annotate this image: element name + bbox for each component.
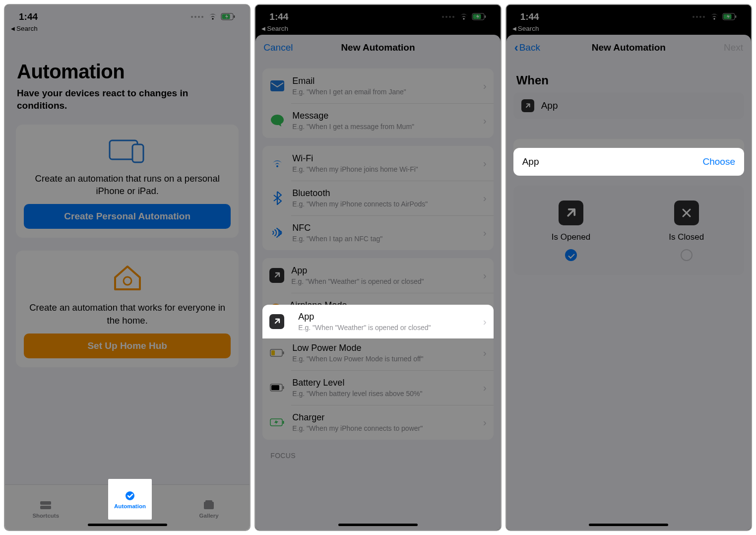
breadcrumb-back[interactable]: Search: [261, 25, 288, 32]
mode-toggle-group: Is Opened Is Closed: [513, 186, 744, 275]
svg-point-5: [124, 277, 131, 285]
trigger-email[interactable]: EmailE.g. "When I get an email from Jane…: [262, 68, 493, 103]
create-personal-automation-button[interactable]: Create Personal Automation: [24, 204, 231, 229]
svg-rect-26: [735, 15, 736, 18]
wifi-icon: [459, 13, 469, 20]
tab-gallery[interactable]: Gallery: [168, 485, 250, 530]
sheet-title: New Automation: [341, 42, 415, 53]
svg-rect-20: [271, 385, 279, 390]
app-choose-row-highlight[interactable]: App Choose: [513, 148, 744, 176]
trigger-wifi[interactable]: Wi-FiE.g. "When my iPhone joins home Wi-…: [262, 146, 493, 181]
svg-rect-6: [40, 501, 51, 505]
status-right: [693, 13, 737, 20]
mode-is-opened[interactable]: Is Opened: [513, 201, 629, 261]
app-icon: [269, 268, 284, 283]
wifi-icon: [208, 13, 218, 20]
trigger-charger[interactable]: ChargerE.g. "When my iPhone connects to …: [262, 405, 493, 440]
chevron-right-icon: ›: [483, 192, 487, 204]
chevron-right-icon: ›: [483, 80, 487, 92]
svg-rect-14: [485, 15, 486, 18]
svg-rect-23: [283, 421, 284, 424]
bluetooth-icon: [269, 190, 285, 206]
battery-icon: [472, 13, 487, 20]
trigger-app[interactable]: AppE.g. "When "Weather" is opened or clo…: [262, 258, 493, 293]
status-right: [442, 13, 487, 20]
chevron-right-icon: ›: [483, 382, 487, 394]
chevron-right-icon: ›: [483, 316, 487, 328]
personal-card-text: Create an automation that runs on a pers…: [24, 172, 231, 204]
breadcrumb-back[interactable]: Search: [512, 25, 539, 32]
home-automation-card: Create an automation that works for ever…: [16, 251, 239, 367]
status-time: 1:44: [520, 11, 539, 22]
svg-rect-2: [234, 15, 235, 18]
radio-opened[interactable]: [565, 249, 577, 261]
wifi-icon: [709, 13, 719, 20]
screenshot-automation-tab: 1:44 Search Automation Have your devices…: [4, 4, 251, 531]
battery-icon: [221, 13, 236, 20]
chevron-right-icon: ›: [483, 347, 487, 359]
tab-automation-highlight[interactable]: Automation: [108, 479, 152, 520]
tab-label: Shortcuts: [32, 513, 59, 519]
lowpower-icon: [269, 345, 285, 361]
svg-rect-9: [204, 502, 214, 509]
when-summary-row: App: [513, 92, 744, 119]
mail-icon: [269, 78, 285, 94]
battery-icon: [722, 13, 737, 20]
trigger-app-highlight[interactable]: AppE.g. "When "Weather" is opened or clo…: [262, 305, 493, 338]
svg-rect-17: [271, 350, 275, 355]
svg-rect-4: [132, 144, 143, 162]
sheet-title: New Automation: [592, 42, 666, 53]
app-icon: [521, 99, 534, 112]
chevron-right-icon: ›: [483, 227, 487, 239]
chevron-right-icon: ›: [483, 416, 487, 428]
nfc-icon: [269, 225, 285, 241]
back-button[interactable]: ‹Back: [514, 41, 540, 55]
cancel-button[interactable]: Cancel: [263, 42, 293, 53]
home-card-text: Create an automation that works for ever…: [24, 301, 231, 333]
svg-rect-15: [270, 80, 284, 91]
setup-home-hub-button[interactable]: Set Up Home Hub: [24, 334, 231, 358]
trigger-nfc[interactable]: NFCE.g. "When I tap an NFC tag" ›: [262, 215, 493, 250]
trigger-bluetooth[interactable]: BluetoothE.g. "When my iPhone connects t…: [262, 181, 493, 215]
open-icon: [559, 201, 583, 225]
mode-is-closed[interactable]: Is Closed: [629, 201, 744, 261]
tab-shortcuts[interactable]: Shortcuts: [5, 485, 86, 530]
home-icon: [24, 265, 231, 292]
battery-icon: [269, 380, 285, 396]
personal-automation-card: Create an automation that runs on a pers…: [16, 125, 239, 238]
tab-label: Gallery: [199, 513, 219, 519]
chevron-right-icon: ›: [483, 269, 487, 281]
status-time: 1:44: [269, 11, 288, 22]
charger-icon: [269, 414, 285, 430]
svg-rect-21: [283, 386, 284, 389]
svg-rect-10: [205, 500, 212, 502]
page-title: Automation: [17, 61, 238, 83]
svg-point-11: [126, 491, 134, 500]
breadcrumb-back[interactable]: Search: [11, 25, 38, 32]
section-when: When: [516, 73, 741, 87]
trigger-lowpower[interactable]: Low Power ModeE.g. "When Low Power Mode …: [262, 335, 493, 370]
radio-closed[interactable]: [681, 249, 693, 261]
close-icon: [674, 201, 699, 225]
status-right: [191, 13, 236, 20]
next-button: Next: [724, 42, 743, 53]
screenshot-app-trigger-config: 1:44 Search ‹Back New Automation Next Wh…: [505, 4, 752, 531]
devices-icon: [24, 138, 231, 163]
chevron-right-icon: ›: [483, 157, 487, 169]
page-subtitle: Have your devices react to changes in co…: [17, 87, 238, 112]
chevron-right-icon: ›: [483, 115, 487, 127]
message-icon: [269, 113, 285, 129]
svg-rect-7: [40, 506, 51, 509]
screenshot-new-automation-list: 1:44 Search Cancel New Automation EmailE…: [254, 4, 501, 531]
section-label-focus: FOCUS: [270, 452, 500, 460]
wifi-icon: [269, 155, 285, 171]
trigger-message[interactable]: MessageE.g. "When I get a message from M…: [262, 103, 493, 138]
app-icon: [269, 314, 284, 329]
status-time: 1:44: [19, 11, 38, 22]
svg-rect-18: [283, 351, 284, 354]
trigger-battery[interactable]: Battery LevelE.g. "When battery level ri…: [262, 370, 493, 405]
